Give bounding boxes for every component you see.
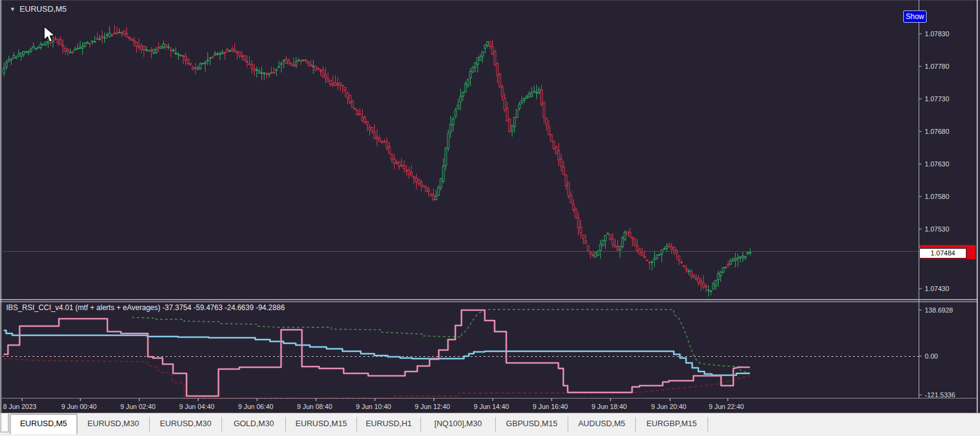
mt4-chart-window: 1.078301.077801.077301.076801.076301.075… — [0, 0, 980, 436]
svg-text:1.07530: 1.07530 — [925, 225, 949, 233]
chart-tab-eurgbp-m15[interactable]: EURGBP,M15 — [636, 417, 708, 432]
svg-text:9 Jun 12:40: 9 Jun 12:40 — [415, 403, 450, 410]
chart-tab-eurusd-m15[interactable]: EURUSD,M15 — [286, 417, 357, 432]
svg-text:0.00: 0.00 — [925, 352, 938, 360]
symbol-label-text: EURUSD,M5 — [20, 4, 67, 14]
svg-text:1.07630: 1.07630 — [925, 160, 949, 168]
price-chart-canvas[interactable]: 1.078301.077801.077301.076801.076301.075… — [0, 0, 980, 413]
svg-text:1.07680: 1.07680 — [925, 128, 949, 135]
svg-text:1.07580: 1.07580 — [925, 193, 949, 200]
show-button[interactable]: Show — [903, 10, 927, 23]
svg-text:9 Jun 16:40: 9 Jun 16:40 — [533, 403, 568, 410]
chart-tab-audusd-m5[interactable]: AUDUSD,M5 — [568, 417, 636, 432]
chart-tab-eurusd-h1[interactable]: EURUSD,H1 — [357, 417, 421, 432]
svg-text:9 Jun 06:40: 9 Jun 06:40 — [238, 403, 274, 410]
svg-text:9 Jun 00:40: 9 Jun 00:40 — [61, 403, 97, 410]
chart-tab-eurusd-m30[interactable]: EURUSD,M30 — [150, 417, 222, 432]
svg-text:138.6928: 138.6928 — [925, 306, 953, 314]
chart-tab-bar: EURUSD,M5EURUSD,M30EURUSD,M30GOLD,M30EUR… — [0, 413, 980, 436]
current-price-box: 1.07484 — [919, 248, 966, 259]
svg-text:9 Jun 22:40: 9 Jun 22:40 — [709, 403, 744, 410]
chart-tab-gold-m30[interactable]: GOLD,M30 — [222, 417, 286, 432]
chart-tab-gbpusd-m15[interactable]: GBPUSD,M15 — [496, 417, 568, 432]
svg-text:-121.5336: -121.5336 — [925, 391, 955, 399]
svg-text:9 Jun 10:40: 9 Jun 10:40 — [356, 403, 392, 410]
svg-text:9 Jun 08:40: 9 Jun 08:40 — [297, 403, 333, 410]
chevron-down-icon: ▼ — [10, 6, 15, 12]
svg-text:1.07780: 1.07780 — [925, 63, 949, 70]
chart-tab-eurusd-m30[interactable]: EURUSD,M30 — [77, 417, 150, 432]
chart-tab--nq100-m30[interactable]: [NQ100],M30 — [421, 417, 496, 432]
svg-text:1.07430: 1.07430 — [925, 285, 949, 292]
svg-text:1.07730: 1.07730 — [925, 95, 949, 103]
tab-strip-edge — [1, 413, 9, 432]
indicator-title-values: IBS_RSI_CCI_v4.01 (mtf + alerts + eAvera… — [6, 303, 285, 312]
svg-text:9 Jun 20:40: 9 Jun 20:40 — [651, 403, 687, 410]
svg-text:9 Jun 14:40: 9 Jun 14:40 — [474, 403, 509, 410]
svg-text:1.07830: 1.07830 — [925, 30, 949, 37]
symbol-timeframe-label: ▼ EURUSD,M5 — [10, 4, 67, 14]
svg-text:9 Jun 02:40: 9 Jun 02:40 — [120, 403, 156, 410]
svg-text:9 Jun 18:40: 9 Jun 18:40 — [592, 403, 627, 410]
svg-text:8 Jun 2023: 8 Jun 2023 — [3, 403, 36, 410]
svg-text:9 Jun 04:40: 9 Jun 04:40 — [179, 403, 215, 410]
chart-stack: 1.078301.077801.077301.076801.076301.075… — [0, 0, 980, 413]
chart-tab-eurusd-m5-active[interactable]: EURUSD,M5 — [10, 414, 77, 434]
